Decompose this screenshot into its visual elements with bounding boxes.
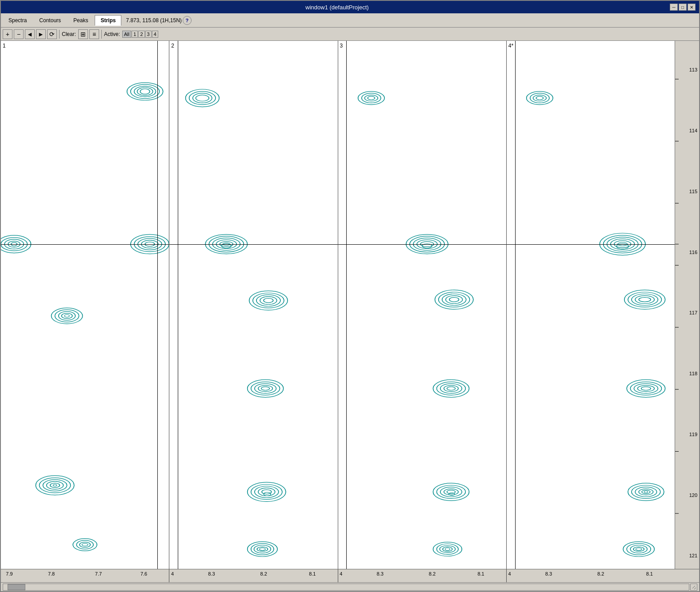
coord-display: 7.873, 115.08 (1H,15N) [126, 17, 181, 24]
svg-point-79 [440, 384, 462, 393]
strip-4[interactable]: 4* [507, 41, 675, 569]
help-button[interactable]: ? [183, 16, 192, 25]
x-tick-83b: 8.3 [376, 571, 383, 576]
svg-point-49 [258, 385, 272, 392]
svg-point-119 [644, 491, 648, 493]
horizontal-scrollbar[interactable] [3, 584, 689, 591]
svg-point-64 [364, 95, 378, 101]
maximize-button[interactable]: □ [679, 4, 687, 11]
active-2[interactable]: 2 [138, 31, 144, 38]
strip-4-label: 4* [508, 43, 513, 49]
x-tick-82a: 8.2 [260, 571, 267, 576]
x-axis-strip-4: 4 8.3 8.2 8.1 [507, 569, 675, 582]
active-1[interactable]: 1 [132, 31, 138, 38]
svg-point-117 [639, 489, 653, 495]
svg-point-112 [637, 385, 654, 392]
strip-2[interactable]: 2 [169, 41, 338, 569]
svg-point-51 [248, 482, 286, 502]
svg-point-29 [82, 544, 88, 546]
strip-1-contours [1, 41, 169, 569]
svg-point-28 [80, 542, 90, 548]
x-axis-strip-3: 4 8.3 8.2 8.1 [338, 569, 507, 582]
close-button[interactable]: ✕ [688, 4, 696, 11]
x-axis-strip-1: 7.9 7.8 7.7 7.6 [1, 569, 169, 582]
minimize-button[interactable]: ─ [670, 4, 678, 11]
x-tick-4a: 4 [171, 571, 174, 576]
svg-point-105 [628, 292, 662, 307]
y-label-114: 114 [689, 128, 697, 133]
svg-point-25 [53, 485, 57, 486]
x-tick-79: 7.9 [6, 571, 12, 576]
svg-point-24 [50, 483, 60, 488]
separator-2 [101, 30, 102, 39]
clear-label: Clear: [62, 31, 76, 37]
scrollbar-thumb[interactable] [8, 584, 25, 590]
x-tick-81a: 8.1 [309, 571, 316, 576]
svg-point-18 [61, 313, 72, 318]
svg-point-27 [76, 540, 93, 549]
y-label-116: 116 [689, 250, 697, 255]
svg-point-15 [51, 308, 82, 324]
lines-icon-button[interactable]: ≡ [89, 29, 99, 39]
x-tick-81c: 8.1 [646, 571, 653, 576]
svg-point-120 [623, 542, 654, 557]
tab-spectra[interactable]: Spectra [3, 15, 32, 26]
svg-point-113 [641, 387, 651, 390]
active-all[interactable]: All [122, 31, 131, 38]
strip-1[interactable]: 1 [1, 41, 169, 569]
svg-point-114 [628, 483, 664, 501]
x-axis-strip-2: 4 8.3 8.2 8.1 [169, 569, 338, 582]
strip-3-label: 3 [340, 43, 343, 49]
active-3[interactable]: 3 [145, 31, 152, 38]
y-label-113: 113 [689, 67, 697, 72]
tab-peaks[interactable]: Peaks [68, 15, 94, 26]
x-tick-4c: 4 [508, 571, 511, 576]
x-tick-78: 7.8 [48, 571, 55, 576]
bottom-bar [1, 582, 699, 591]
svg-point-124 [636, 548, 642, 550]
refresh-button[interactable]: ⟳ [47, 29, 57, 39]
y-label-119: 119 [689, 432, 697, 437]
strip-3[interactable]: 3 [338, 41, 507, 569]
title-bar: window1 (defaultProject) ─ □ ✕ [1, 1, 699, 13]
x-tick-81b: 8.1 [477, 571, 484, 576]
svg-point-82 [433, 483, 469, 501]
separator-1 [59, 30, 60, 39]
grid-icon-button[interactable]: ⊞ [78, 29, 88, 39]
tab-strips[interactable]: Strips [95, 15, 121, 26]
tab-contours[interactable]: Contours [33, 15, 67, 26]
svg-point-30 [186, 89, 220, 107]
strip-4-contours [507, 41, 675, 569]
x-tick-77: 7.7 [95, 571, 102, 576]
add-strip-button[interactable]: + [3, 29, 12, 39]
y-label-121: 121 [689, 553, 697, 558]
svg-point-91 [443, 547, 452, 551]
remove-strip-button[interactable]: − [14, 29, 24, 39]
forward-button[interactable]: ► [36, 29, 46, 39]
x-tick-4b: 4 [340, 571, 342, 576]
y-axis: 113 114 115 116 117 118 119 120 121 [675, 41, 699, 569]
svg-point-92 [445, 548, 450, 550]
active-indicators: All 1 2 3 4 [122, 31, 158, 38]
svg-point-48 [255, 384, 276, 393]
active-4[interactable]: 4 [152, 31, 158, 38]
svg-point-73 [438, 292, 469, 307]
svg-point-33 [196, 95, 209, 101]
svg-point-19 [64, 314, 69, 317]
svg-point-59 [254, 545, 271, 553]
svg-point-76 [449, 298, 459, 302]
back-button[interactable]: ◄ [25, 29, 35, 39]
svg-point-107 [635, 296, 654, 304]
resize-handle[interactable] [690, 584, 697, 591]
svg-point-20 [36, 476, 74, 495]
svg-point-46 [248, 380, 284, 397]
svg-point-104 [624, 290, 665, 310]
svg-point-21 [39, 478, 70, 493]
strip-2-contours [169, 41, 337, 569]
plot-area: 1 [1, 41, 699, 582]
svg-point-52 [251, 485, 282, 500]
y-label-117: 117 [689, 310, 697, 315]
x-tick-82c: 8.2 [597, 571, 604, 576]
svg-point-72 [435, 290, 473, 310]
svg-point-41 [249, 291, 288, 310]
